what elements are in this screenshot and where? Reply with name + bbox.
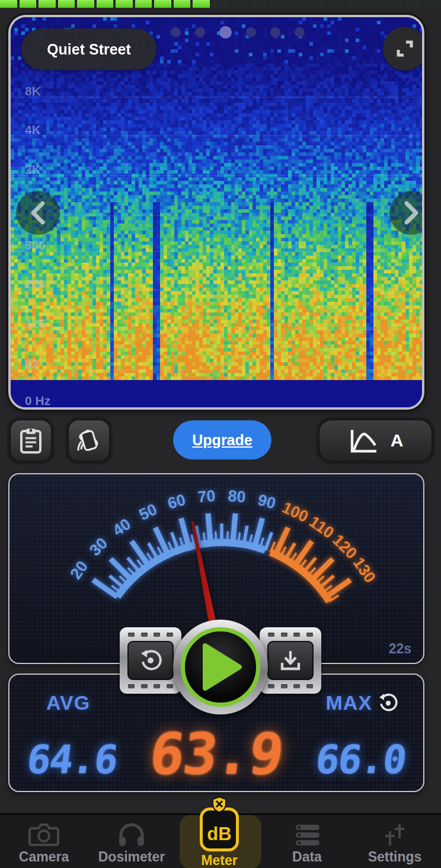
film-perforation [128,684,173,688]
svg-text:70: 70 [197,487,216,506]
max-row: MAX [325,691,398,714]
svg-text:130: 130 [350,554,379,586]
avg-label: AVG [46,691,90,714]
frequency-weighting-button[interactable]: A [318,419,433,462]
chevron-left-icon [28,200,48,226]
tab-bar: Camera Dosimeter dB Meter [0,813,441,868]
freq-label-2k: 2K [25,162,41,177]
play-button-face [181,627,260,707]
reset-button[interactable] [127,641,174,680]
display-mode-button[interactable] [68,419,110,462]
led-segment [424,0,441,8]
led-segment [97,0,114,8]
page-indicator[interactable] [171,23,313,41]
upgrade-label: Upgrade [192,432,252,449]
svg-text:80: 80 [227,487,247,506]
freq-label-8k: 8K [25,84,41,98]
svg-text:120: 120 [329,531,360,563]
upgrade-button[interactable]: Upgrade [173,420,271,459]
shield-icon [212,796,227,813]
tab-data[interactable]: Data [263,815,351,868]
avg-value: 64.6 [24,737,119,783]
spectrogram-panel[interactable]: 8K4K2K50025012562 0 Hz Quiet Street [8,15,424,410]
led-segment [193,0,210,8]
svg-text:90: 90 [256,491,278,513]
page-dot[interactable] [171,27,181,37]
led-segment [20,0,37,8]
svg-text:30: 30 [86,534,111,559]
reset-max-icon[interactable] [378,693,398,713]
led-segment [174,0,191,8]
current-value: 63.9 [146,721,287,787]
tab-meter[interactable]: dB Meter [175,815,263,868]
svg-text:20: 20 [66,558,91,583]
gauge-blue-scale: 2030405060708090 [66,487,277,597]
fullscreen-button[interactable] [383,27,424,71]
sliders-icon [382,823,408,847]
decibel-meter-app: 8K4K2K50025012562 0 Hz Quiet Street [0,0,441,868]
led-level-bar [0,0,441,8]
svg-text:110: 110 [306,512,337,542]
svg-text:40: 40 [110,515,135,540]
led-segment [328,0,345,8]
page-dot[interactable] [195,27,205,37]
save-wing [260,627,321,694]
tab-label-settings: Settings [368,849,422,865]
tab-label-data: Data [292,849,322,865]
download-icon [279,649,302,672]
fanned-cards-icon [75,427,103,454]
play-icon [198,642,243,692]
led-segment [39,0,56,8]
tab-label-camera: Camera [19,849,69,865]
tab-settings[interactable]: Settings [351,815,439,868]
led-segment [347,0,364,8]
led-segment [366,0,384,8]
headphones-icon [118,822,145,847]
tab-label-dosimeter: Dosimeter [98,849,165,865]
film-perforation [268,684,313,688]
notes-button[interactable] [9,419,52,462]
chevron-right-icon [401,200,421,226]
weighting-label: A [391,430,404,451]
db-badge-label: dB [207,824,231,845]
spectrogram-canvas[interactable] [11,17,422,407]
page-dot[interactable] [246,27,256,37]
led-segment [231,0,248,8]
data-list-icon [293,823,321,847]
led-segment [270,0,287,8]
freq-label-0hz: 0 Hz [25,394,50,408]
led-segment [308,0,325,8]
max-value: 66.0 [313,737,408,783]
reset-icon [139,649,162,672]
page-dot[interactable] [295,27,305,37]
led-segment [135,0,152,8]
freq-label-62: 62 [25,357,39,371]
led-segment [385,0,402,8]
svg-text:50: 50 [136,500,160,524]
preset-name-label: Quiet Street [47,41,131,58]
prev-page-button[interactable] [16,191,60,235]
freq-label-250: 250 [25,277,46,291]
gauge-orange-scale: 100110120130 [270,499,379,602]
page-dot[interactable] [270,27,280,37]
led-segment [251,0,268,8]
led-segment [212,0,229,8]
camera-icon [28,822,59,847]
led-segment [0,0,17,8]
expand-icon [394,37,416,60]
tab-camera[interactable]: Camera [0,815,88,868]
svg-text:100: 100 [279,499,311,526]
weighting-curve-icon [348,427,379,454]
led-segment [405,0,422,8]
film-perforation [128,633,173,637]
preset-name-pill[interactable]: Quiet Street [21,28,156,70]
tab-dosimeter[interactable]: Dosimeter [88,815,175,868]
save-recording-button[interactable] [267,641,314,680]
led-segment [77,0,94,8]
page-dot[interactable] [219,26,232,39]
tab-label-meter: Meter [201,853,237,868]
led-segment [289,0,306,8]
max-label: MAX [325,691,372,714]
play-button[interactable] [173,620,268,714]
led-segment [58,0,75,8]
